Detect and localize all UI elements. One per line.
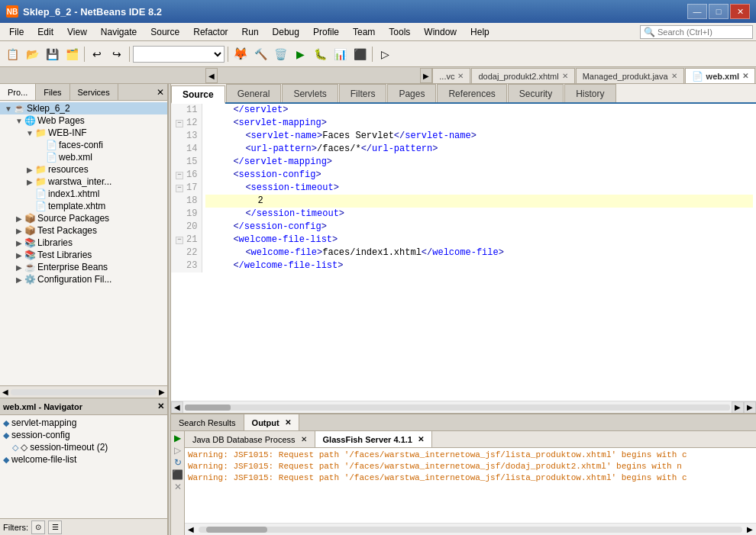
output-scroll-left[interactable]: ◀ — [185, 525, 197, 533]
menu-help[interactable]: Help — [464, 25, 496, 39]
tree-item-test-libraries[interactable]: ▶ 📚 Test Libraries — [0, 249, 167, 261]
tree-item-config-files[interactable]: ▶ ⚙️ Configuration Fil... — [0, 273, 167, 285]
tab-webxml-close[interactable]: ✕ — [742, 72, 748, 80]
tree-item-source-packages[interactable]: ▶ 📦 Source Packages — [0, 212, 167, 224]
minimize-button[interactable]: — — [687, 4, 707, 19]
output-step-btn[interactable]: ▷ — [173, 445, 183, 456]
output-stop-btn[interactable]: ⬛ — [173, 469, 183, 480]
tab-vc-close[interactable]: ✕ — [457, 72, 464, 80]
subtab-glassfish-close[interactable]: ✕ — [418, 435, 424, 443]
menu-tools[interactable]: Tools — [383, 25, 416, 39]
tree-item-webpages[interactable]: ▼ 🌐 Web Pages — [0, 114, 167, 127]
fold-btn-16[interactable]: − — [176, 172, 183, 179]
menu-profile[interactable]: Profile — [307, 25, 345, 39]
sidebar-tab-files[interactable]: Files — [36, 84, 69, 100]
profile-button[interactable]: 📊 — [331, 45, 349, 63]
tree-item-sklep[interactable]: ▼ ☕ Sklep_6_2 — [0, 102, 167, 114]
navigator-close-button[interactable]: ✕ — [157, 401, 164, 411]
output-run-btn[interactable]: ▶ — [173, 433, 183, 443]
tree-toggle-webinf[interactable]: ▼ — [24, 129, 35, 137]
menu-refactor[interactable]: Refactor — [187, 25, 234, 39]
debug-button[interactable]: 🐛 — [311, 45, 329, 63]
browser-button[interactable]: 🦊 — [231, 45, 250, 63]
tree-item-test-packages[interactable]: ▶ 📦 Test Packages — [0, 224, 167, 237]
tab-output[interactable]: Output ✕ — [244, 414, 299, 430]
close-button[interactable]: ✕ — [730, 4, 750, 19]
run-button[interactable]: ▶ — [291, 45, 309, 63]
xml-tab-source[interactable]: Source — [171, 85, 225, 104]
build-button[interactable]: 🔨 — [251, 45, 270, 63]
editor-scroll-right[interactable]: ▶ — [732, 401, 744, 414]
tree-item-webxml[interactable]: 📄 web.xml — [0, 151, 167, 163]
xml-tab-pages[interactable]: Pages — [387, 84, 436, 102]
search-input[interactable] — [657, 27, 749, 37]
menu-view[interactable]: View — [61, 25, 93, 39]
xml-tab-servlets[interactable]: Servlets — [282, 84, 338, 102]
xml-tab-security[interactable]: Security — [508, 84, 564, 102]
clean-button[interactable]: 🗑️ — [271, 45, 289, 63]
maximize-button[interactable]: □ — [709, 4, 729, 19]
tab-vc[interactable]: ...vc ✕ — [432, 68, 470, 83]
tab-nav-right[interactable]: ▶ — [420, 68, 432, 83]
fold-btn-12[interactable]: − — [176, 120, 183, 127]
tree-toggle-warstwa[interactable]: ▶ — [24, 178, 35, 186]
tree-item-index1[interactable]: 📄 index1.xhtml — [0, 188, 167, 200]
tree-toggle-libraries[interactable]: ▶ — [14, 239, 24, 247]
nav-item-welcome-file-list[interactable]: ◆ welcome-file-list — [2, 453, 166, 466]
sidebar-tab-projects[interactable]: Pro... — [0, 84, 36, 100]
output-scroll-right[interactable]: ▶ — [744, 525, 756, 533]
tree-item-libraries[interactable]: ▶ 📚 Libraries — [0, 237, 167, 249]
tab-webxml[interactable]: 📄 web.xml ✕ — [685, 68, 755, 83]
filter-btn-2[interactable]: ☰ — [48, 520, 62, 534]
save-all-button[interactable]: 🗂️ — [63, 45, 81, 63]
editor-hscrollbar[interactable]: ◀ ▶ ▶ — [171, 401, 756, 413]
tree-item-resources[interactable]: ▶ 📁 resources — [0, 163, 167, 176]
output-clear-btn[interactable]: ✕ — [173, 482, 183, 492]
config-dropdown[interactable] — [133, 46, 225, 63]
output-hscrollbar[interactable]: ◀ ▶ — [185, 523, 756, 535]
tab-search-results[interactable]: Search Results — [171, 414, 244, 430]
undo-button[interactable]: ↩ — [88, 45, 106, 63]
sidebar-scrollbar[interactable]: ◀ ▶ — [0, 385, 167, 398]
tree-toggle-config-files[interactable]: ▶ — [14, 276, 24, 284]
sidebar-tab-services[interactable]: Services — [70, 84, 118, 100]
fold-btn-21[interactable]: − — [176, 237, 183, 244]
tree-toggle-resources[interactable]: ▶ — [24, 166, 35, 174]
tree-item-faces[interactable]: 📄 faces-confi — [0, 139, 167, 151]
tree-toggle-sklep[interactable]: ▼ — [3, 105, 14, 113]
tree-toggle-enterprise-beans[interactable]: ▶ — [14, 263, 24, 272]
nav-item-servlet-mapping[interactable]: ◆ servlet-mapping — [2, 417, 166, 429]
menu-debug[interactable]: Debug — [267, 25, 305, 39]
new-project-button[interactable]: 📋 — [3, 45, 21, 63]
code-content[interactable]: </servlet> <servlet-mapping> <servlet-na… — [202, 104, 756, 272]
xml-tab-history[interactable]: History — [564, 84, 615, 102]
editor-scroll-left[interactable]: ◀ — [171, 401, 183, 414]
subtab-javadb[interactable]: Java DB Database Process ✕ — [185, 431, 315, 447]
menu-run[interactable]: Run — [236, 25, 265, 39]
tree-item-template[interactable]: 📄 template.xhtm — [0, 200, 167, 212]
tab-managed-close[interactable]: ✕ — [671, 72, 677, 80]
xml-tab-filters[interactable]: Filters — [339, 84, 387, 102]
tree-toggle-webpages[interactable]: ▼ — [14, 117, 24, 125]
menu-file[interactable]: File — [3, 25, 30, 39]
tab-nav-left[interactable]: ◀ — [205, 68, 218, 83]
redo-button[interactable]: ↪ — [108, 45, 126, 63]
tree-item-warstwa[interactable]: ▶ 📁 warstwa_inter... — [0, 176, 167, 188]
sidebar-close-button[interactable]: ✕ — [153, 84, 167, 101]
editor-expand-arrow[interactable]: ▶ — [744, 401, 756, 414]
open-project-button[interactable]: 📂 — [23, 45, 41, 63]
xml-tab-references[interactable]: References — [437, 84, 506, 102]
xml-tab-general[interactable]: General — [226, 84, 282, 102]
output-step2-btn[interactable]: ↻ — [173, 457, 183, 468]
nav-item-session-config[interactable]: ◆ session-config — [2, 429, 166, 441]
menu-team[interactable]: Team — [347, 25, 381, 39]
save-button[interactable]: 💾 — [43, 45, 61, 63]
sidebar-scroll-left[interactable]: ◀ — [0, 388, 11, 396]
sidebar-scroll-right[interactable]: ▶ — [157, 388, 167, 396]
tab-dodaj-produkt[interactable]: dodaj_produkt2.xhtml ✕ — [471, 68, 574, 83]
nav-item-session-timeout[interactable]: ◇ ◇ session-timeout (2) — [2, 441, 166, 453]
tree-item-webinf[interactable]: ▼ 📁 WEB-INF — [0, 127, 167, 139]
tree-toggle-test-libraries[interactable]: ▶ — [14, 251, 24, 259]
tab-managed-produkt[interactable]: Managed_produkt.java ✕ — [576, 68, 684, 83]
search-box[interactable]: 🔍 — [640, 25, 753, 39]
